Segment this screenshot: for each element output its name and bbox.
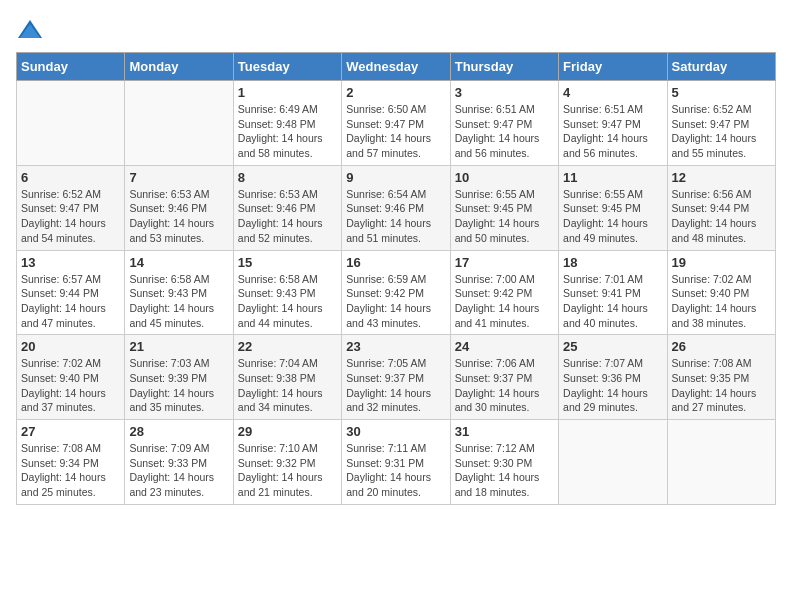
- day-info: Sunrise: 7:03 AMSunset: 9:39 PMDaylight:…: [129, 356, 228, 415]
- day-cell: 26Sunrise: 7:08 AMSunset: 9:35 PMDayligh…: [667, 335, 775, 420]
- day-cell: 29Sunrise: 7:10 AMSunset: 9:32 PMDayligh…: [233, 420, 341, 505]
- day-info: Sunrise: 6:59 AMSunset: 9:42 PMDaylight:…: [346, 272, 445, 331]
- day-number: 3: [455, 85, 554, 100]
- day-number: 7: [129, 170, 228, 185]
- day-cell: 10Sunrise: 6:55 AMSunset: 9:45 PMDayligh…: [450, 165, 558, 250]
- day-cell: 9Sunrise: 6:54 AMSunset: 9:46 PMDaylight…: [342, 165, 450, 250]
- day-cell: 5Sunrise: 6:52 AMSunset: 9:47 PMDaylight…: [667, 81, 775, 166]
- day-number: 31: [455, 424, 554, 439]
- day-cell: [17, 81, 125, 166]
- day-cell: 12Sunrise: 6:56 AMSunset: 9:44 PMDayligh…: [667, 165, 775, 250]
- day-cell: 28Sunrise: 7:09 AMSunset: 9:33 PMDayligh…: [125, 420, 233, 505]
- day-info: Sunrise: 6:55 AMSunset: 9:45 PMDaylight:…: [455, 187, 554, 246]
- day-cell: 30Sunrise: 7:11 AMSunset: 9:31 PMDayligh…: [342, 420, 450, 505]
- day-info: Sunrise: 6:50 AMSunset: 9:47 PMDaylight:…: [346, 102, 445, 161]
- day-cell: 18Sunrise: 7:01 AMSunset: 9:41 PMDayligh…: [559, 250, 667, 335]
- day-header-friday: Friday: [559, 53, 667, 81]
- day-info: Sunrise: 6:52 AMSunset: 9:47 PMDaylight:…: [672, 102, 771, 161]
- day-number: 29: [238, 424, 337, 439]
- day-number: 9: [346, 170, 445, 185]
- day-info: Sunrise: 7:07 AMSunset: 9:36 PMDaylight:…: [563, 356, 662, 415]
- day-header-sunday: Sunday: [17, 53, 125, 81]
- day-number: 12: [672, 170, 771, 185]
- day-info: Sunrise: 6:54 AMSunset: 9:46 PMDaylight:…: [346, 187, 445, 246]
- day-info: Sunrise: 6:53 AMSunset: 9:46 PMDaylight:…: [129, 187, 228, 246]
- day-info: Sunrise: 6:51 AMSunset: 9:47 PMDaylight:…: [455, 102, 554, 161]
- day-number: 19: [672, 255, 771, 270]
- day-info: Sunrise: 7:11 AMSunset: 9:31 PMDaylight:…: [346, 441, 445, 500]
- day-header-thursday: Thursday: [450, 53, 558, 81]
- day-info: Sunrise: 7:06 AMSunset: 9:37 PMDaylight:…: [455, 356, 554, 415]
- day-cell: 8Sunrise: 6:53 AMSunset: 9:46 PMDaylight…: [233, 165, 341, 250]
- calendar-table: SundayMondayTuesdayWednesdayThursdayFrid…: [16, 52, 776, 505]
- day-info: Sunrise: 7:08 AMSunset: 9:34 PMDaylight:…: [21, 441, 120, 500]
- day-cell: 7Sunrise: 6:53 AMSunset: 9:46 PMDaylight…: [125, 165, 233, 250]
- header: [16, 16, 776, 44]
- day-cell: 19Sunrise: 7:02 AMSunset: 9:40 PMDayligh…: [667, 250, 775, 335]
- day-number: 1: [238, 85, 337, 100]
- day-cell: [125, 81, 233, 166]
- day-cell: 17Sunrise: 7:00 AMSunset: 9:42 PMDayligh…: [450, 250, 558, 335]
- day-number: 16: [346, 255, 445, 270]
- day-header-wednesday: Wednesday: [342, 53, 450, 81]
- day-number: 17: [455, 255, 554, 270]
- day-cell: 22Sunrise: 7:04 AMSunset: 9:38 PMDayligh…: [233, 335, 341, 420]
- day-info: Sunrise: 7:04 AMSunset: 9:38 PMDaylight:…: [238, 356, 337, 415]
- day-info: Sunrise: 6:56 AMSunset: 9:44 PMDaylight:…: [672, 187, 771, 246]
- day-cell: 6Sunrise: 6:52 AMSunset: 9:47 PMDaylight…: [17, 165, 125, 250]
- day-cell: 25Sunrise: 7:07 AMSunset: 9:36 PMDayligh…: [559, 335, 667, 420]
- day-info: Sunrise: 7:00 AMSunset: 9:42 PMDaylight:…: [455, 272, 554, 331]
- week-row-2: 6Sunrise: 6:52 AMSunset: 9:47 PMDaylight…: [17, 165, 776, 250]
- day-info: Sunrise: 6:57 AMSunset: 9:44 PMDaylight:…: [21, 272, 120, 331]
- day-info: Sunrise: 6:52 AMSunset: 9:47 PMDaylight:…: [21, 187, 120, 246]
- day-number: 28: [129, 424, 228, 439]
- day-number: 11: [563, 170, 662, 185]
- day-number: 8: [238, 170, 337, 185]
- day-cell: 14Sunrise: 6:58 AMSunset: 9:43 PMDayligh…: [125, 250, 233, 335]
- day-info: Sunrise: 7:02 AMSunset: 9:40 PMDaylight:…: [21, 356, 120, 415]
- day-info: Sunrise: 6:51 AMSunset: 9:47 PMDaylight:…: [563, 102, 662, 161]
- day-number: 26: [672, 339, 771, 354]
- day-header-saturday: Saturday: [667, 53, 775, 81]
- day-info: Sunrise: 6:58 AMSunset: 9:43 PMDaylight:…: [238, 272, 337, 331]
- day-number: 15: [238, 255, 337, 270]
- day-info: Sunrise: 7:12 AMSunset: 9:30 PMDaylight:…: [455, 441, 554, 500]
- day-info: Sunrise: 6:49 AMSunset: 9:48 PMDaylight:…: [238, 102, 337, 161]
- day-header-monday: Monday: [125, 53, 233, 81]
- day-info: Sunrise: 6:55 AMSunset: 9:45 PMDaylight:…: [563, 187, 662, 246]
- week-row-3: 13Sunrise: 6:57 AMSunset: 9:44 PMDayligh…: [17, 250, 776, 335]
- day-info: Sunrise: 7:10 AMSunset: 9:32 PMDaylight:…: [238, 441, 337, 500]
- day-number: 24: [455, 339, 554, 354]
- day-cell: 1Sunrise: 6:49 AMSunset: 9:48 PMDaylight…: [233, 81, 341, 166]
- day-number: 18: [563, 255, 662, 270]
- day-cell: 13Sunrise: 6:57 AMSunset: 9:44 PMDayligh…: [17, 250, 125, 335]
- day-cell: [667, 420, 775, 505]
- day-cell: 3Sunrise: 6:51 AMSunset: 9:47 PMDaylight…: [450, 81, 558, 166]
- day-cell: 21Sunrise: 7:03 AMSunset: 9:39 PMDayligh…: [125, 335, 233, 420]
- day-info: Sunrise: 7:09 AMSunset: 9:33 PMDaylight:…: [129, 441, 228, 500]
- day-cell: 4Sunrise: 6:51 AMSunset: 9:47 PMDaylight…: [559, 81, 667, 166]
- day-cell: 2Sunrise: 6:50 AMSunset: 9:47 PMDaylight…: [342, 81, 450, 166]
- logo-icon: [16, 16, 44, 44]
- day-number: 10: [455, 170, 554, 185]
- day-cell: 20Sunrise: 7:02 AMSunset: 9:40 PMDayligh…: [17, 335, 125, 420]
- day-number: 13: [21, 255, 120, 270]
- day-info: Sunrise: 7:08 AMSunset: 9:35 PMDaylight:…: [672, 356, 771, 415]
- week-row-4: 20Sunrise: 7:02 AMSunset: 9:40 PMDayligh…: [17, 335, 776, 420]
- day-number: 21: [129, 339, 228, 354]
- day-info: Sunrise: 7:01 AMSunset: 9:41 PMDaylight:…: [563, 272, 662, 331]
- day-cell: 11Sunrise: 6:55 AMSunset: 9:45 PMDayligh…: [559, 165, 667, 250]
- day-number: 14: [129, 255, 228, 270]
- day-cell: 31Sunrise: 7:12 AMSunset: 9:30 PMDayligh…: [450, 420, 558, 505]
- day-cell: 15Sunrise: 6:58 AMSunset: 9:43 PMDayligh…: [233, 250, 341, 335]
- day-info: Sunrise: 6:58 AMSunset: 9:43 PMDaylight:…: [129, 272, 228, 331]
- day-cell: 16Sunrise: 6:59 AMSunset: 9:42 PMDayligh…: [342, 250, 450, 335]
- day-number: 23: [346, 339, 445, 354]
- day-header-tuesday: Tuesday: [233, 53, 341, 81]
- header-row: SundayMondayTuesdayWednesdayThursdayFrid…: [17, 53, 776, 81]
- logo: [16, 16, 48, 44]
- week-row-5: 27Sunrise: 7:08 AMSunset: 9:34 PMDayligh…: [17, 420, 776, 505]
- day-info: Sunrise: 6:53 AMSunset: 9:46 PMDaylight:…: [238, 187, 337, 246]
- day-number: 30: [346, 424, 445, 439]
- day-number: 2: [346, 85, 445, 100]
